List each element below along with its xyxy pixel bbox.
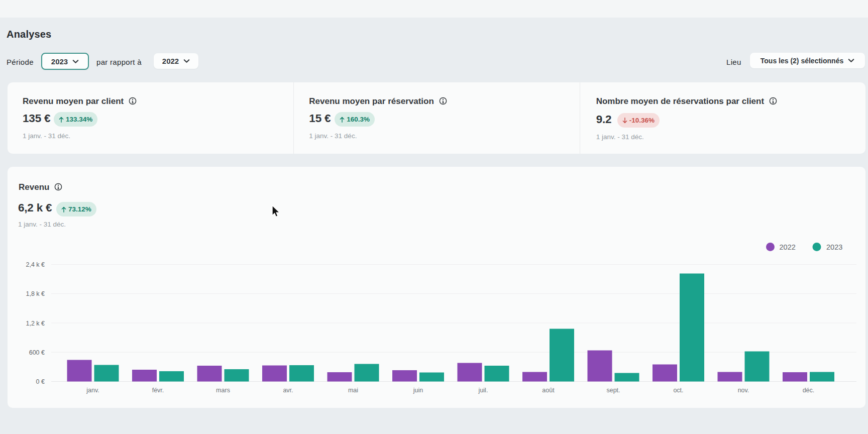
svg-text:1,8 k €: 1,8 k €	[26, 290, 45, 297]
svg-text:mai: mai	[348, 387, 358, 394]
svg-text:déc.: déc.	[803, 387, 815, 394]
svg-text:2022: 2022	[780, 243, 796, 251]
svg-text:août: août	[542, 387, 555, 394]
svg-text:nov.: nov.	[738, 387, 749, 394]
svg-text:mars: mars	[216, 387, 230, 394]
svg-text:2023: 2023	[826, 243, 842, 251]
svg-text:juil.: juil.	[478, 387, 488, 394]
svg-text:sept.: sept.	[606, 387, 620, 394]
svg-text:févr.: févr.	[152, 387, 164, 394]
svg-text:avr.: avr.	[283, 387, 293, 394]
svg-text:600 €: 600 €	[29, 349, 45, 356]
svg-text:0 €: 0 €	[36, 378, 45, 385]
svg-text:janv.: janv.	[86, 387, 99, 394]
svg-text:2,4 k €: 2,4 k €	[26, 261, 45, 268]
svg-text:1,2 k €: 1,2 k €	[26, 320, 45, 327]
svg-text:oct.: oct.	[673, 387, 683, 394]
svg-text:juin: juin	[413, 387, 423, 394]
